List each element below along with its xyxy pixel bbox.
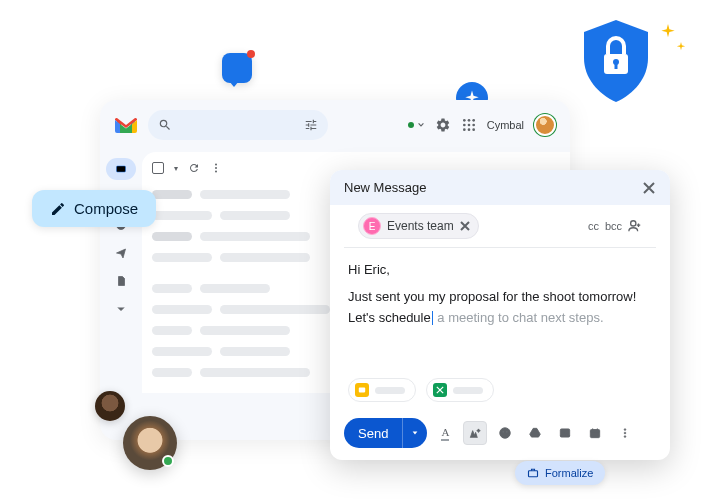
body-line-1: Just sent you my proposal for the shoot … [348, 287, 652, 308]
gmail-header: Cymbal [100, 100, 570, 150]
status-indicator[interactable] [408, 121, 425, 129]
pencil-icon [50, 201, 66, 217]
presence-indicator [162, 455, 174, 467]
sparkle-decoration-small [676, 42, 686, 52]
svg-rect-28 [529, 471, 538, 477]
svg-point-5 [472, 119, 475, 122]
svg-point-16 [215, 171, 217, 173]
svg-point-6 [463, 124, 466, 127]
sidebar-item-inbox[interactable] [106, 158, 136, 180]
collaborator-avatar-2 [123, 416, 177, 470]
svg-point-17 [631, 221, 636, 226]
svg-point-10 [467, 128, 470, 131]
attachment-sheets[interactable] [426, 378, 494, 402]
calendar-button[interactable] [583, 421, 607, 445]
recipient-avatar: E [363, 217, 381, 235]
select-all-checkbox[interactable] [152, 162, 164, 174]
apps-grid-icon[interactable] [461, 117, 477, 133]
notification-dot [247, 50, 255, 58]
image-button[interactable] [553, 421, 577, 445]
compose-window: New Message E Events team cc bcc Hi Eric… [330, 170, 670, 460]
send-button[interactable]: Send [344, 418, 427, 448]
svg-point-25 [625, 429, 627, 431]
text-cursor [432, 311, 433, 325]
security-shield-decoration [580, 20, 652, 102]
cc-button[interactable]: cc [588, 220, 599, 232]
sidebar-item-sent[interactable] [106, 242, 136, 264]
svg-point-11 [472, 128, 475, 131]
sidebar [100, 150, 142, 393]
svg-rect-18 [359, 388, 365, 393]
send-label: Send [344, 426, 402, 441]
remove-recipient-icon[interactable] [460, 221, 470, 231]
sparkle-decoration [660, 24, 676, 40]
chat-bubble-decoration [222, 53, 252, 83]
svg-point-26 [625, 432, 627, 434]
svg-point-7 [467, 124, 470, 127]
svg-rect-24 [591, 430, 600, 438]
sheets-icon [433, 383, 447, 397]
formalize-button[interactable]: Formalize [515, 461, 605, 485]
drive-button[interactable] [523, 421, 547, 445]
svg-point-14 [215, 164, 217, 166]
ai-assist-button[interactable] [463, 421, 487, 445]
compose-body[interactable]: Hi Eric, Just sent you my proposal for t… [330, 248, 670, 374]
search-icon [158, 118, 172, 132]
search-box[interactable] [148, 110, 328, 140]
svg-point-9 [463, 128, 466, 131]
chevron-down-icon [411, 429, 419, 437]
svg-point-20 [503, 431, 504, 432]
active-status-dot [408, 122, 414, 128]
svg-point-15 [215, 167, 217, 169]
svg-rect-12 [117, 166, 126, 172]
slides-icon [355, 383, 369, 397]
body-typed-text: Let's schedule [348, 310, 431, 325]
add-contact-icon[interactable] [628, 219, 642, 233]
svg-point-3 [463, 119, 466, 122]
compose-button[interactable]: Compose [32, 190, 156, 227]
more-options-button[interactable] [613, 421, 637, 445]
send-options-button[interactable] [402, 418, 427, 448]
svg-point-21 [507, 431, 508, 432]
more-icon[interactable] [210, 162, 222, 174]
sidebar-item-drafts[interactable] [106, 270, 136, 292]
svg-rect-2 [615, 62, 618, 69]
close-icon[interactable] [642, 181, 656, 195]
settings-icon[interactable] [435, 117, 451, 133]
attachment-name-placeholder [375, 387, 405, 394]
recipient-name: Events team [387, 219, 454, 233]
collaborator-avatar-1 [95, 391, 125, 421]
select-dropdown-icon[interactable]: ▾ [174, 164, 178, 173]
recipients-row: E Events team cc bcc [344, 205, 656, 248]
svg-point-19 [500, 428, 511, 439]
formalize-label: Formalize [545, 467, 593, 479]
svg-point-27 [625, 436, 627, 438]
tune-icon[interactable] [304, 118, 318, 132]
briefcase-icon [527, 467, 539, 479]
compose-footer: Send A [330, 410, 670, 460]
workspace-brand-name: Cymbal [487, 119, 524, 131]
recipient-chip[interactable]: E Events team [358, 213, 479, 239]
user-avatar[interactable] [534, 114, 556, 136]
format-text-button[interactable]: A [433, 421, 457, 445]
compose-label: Compose [74, 200, 138, 217]
smart-compose-suggestion: a meeting to chat next steps. [434, 310, 604, 325]
compose-title: New Message [344, 180, 426, 195]
refresh-icon[interactable] [188, 162, 200, 174]
chevron-down-icon [417, 121, 425, 129]
sidebar-item-more[interactable] [106, 298, 136, 320]
gmail-logo [114, 116, 138, 134]
attachment-name-placeholder [453, 387, 483, 394]
cc-bcc-controls: cc bcc [588, 219, 642, 233]
attachment-row [330, 374, 670, 410]
body-greeting: Hi Eric, [348, 260, 652, 281]
bcc-button[interactable]: bcc [605, 220, 622, 232]
svg-point-4 [467, 119, 470, 122]
svg-point-8 [472, 124, 475, 127]
header-right-controls: Cymbal [408, 114, 556, 136]
emoji-button[interactable] [493, 421, 517, 445]
attachment-slides[interactable] [348, 378, 416, 402]
compose-header: New Message [330, 170, 670, 205]
